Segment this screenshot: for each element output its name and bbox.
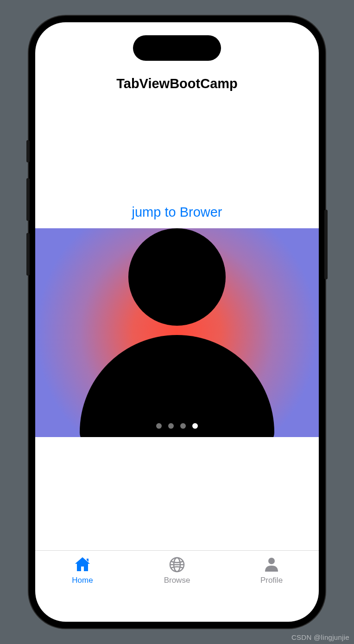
page-dot[interactable] bbox=[168, 423, 174, 429]
page-carousel[interactable] bbox=[35, 228, 319, 437]
jump-to-browser-link[interactable]: jump to Brower bbox=[132, 205, 222, 220]
page-dot[interactable] bbox=[192, 423, 198, 429]
tab-label: Browse bbox=[164, 576, 190, 585]
tab-label: Home bbox=[72, 576, 93, 585]
side-button-volume-up bbox=[26, 178, 30, 221]
page-dot[interactable] bbox=[156, 423, 162, 429]
globe-icon bbox=[168, 555, 186, 574]
dynamic-island bbox=[133, 35, 221, 61]
page-dot[interactable] bbox=[180, 423, 186, 429]
side-button-power bbox=[324, 210, 328, 279]
tab-home[interactable]: Home bbox=[35, 555, 130, 585]
svg-point-3 bbox=[268, 558, 275, 564]
tab-label: Profile bbox=[260, 576, 283, 585]
tab-profile[interactable]: Profile bbox=[224, 555, 319, 585]
watermark: CSDN @lingjunjie bbox=[291, 633, 349, 641]
tab-browse[interactable]: Browse bbox=[130, 555, 224, 585]
side-button-volume-down bbox=[26, 233, 30, 276]
tab-bar: Home Browse Profile bbox=[35, 550, 319, 606]
side-button-silence bbox=[26, 140, 30, 162]
main-content: jump to Brower bbox=[35, 91, 319, 550]
phone-screen: TabViewBootCamp jump to Brower bbox=[35, 22, 319, 622]
page-indicator[interactable] bbox=[156, 423, 198, 429]
person-icon bbox=[262, 555, 281, 574]
page-title: TabViewBootCamp bbox=[35, 76, 319, 91]
person-icon bbox=[80, 228, 274, 437]
device-frame: TabViewBootCamp jump to Brower bbox=[29, 16, 325, 628]
house-icon bbox=[73, 555, 92, 574]
